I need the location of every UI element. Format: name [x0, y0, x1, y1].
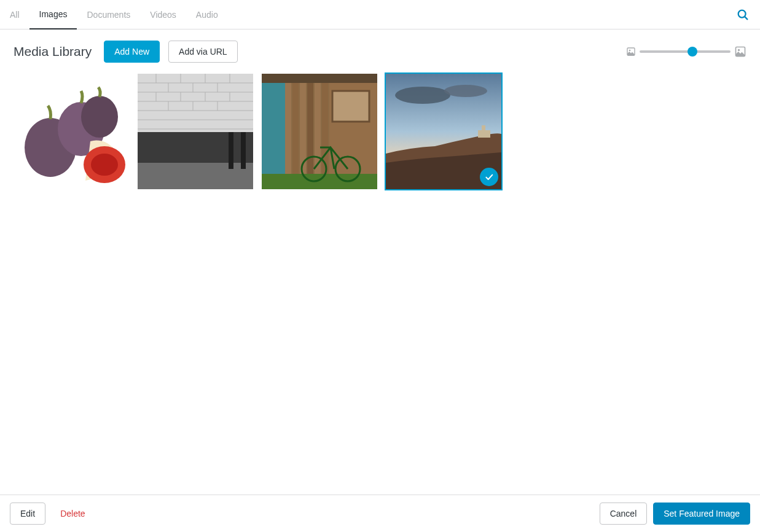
svg-rect-13 — [138, 74, 253, 132]
svg-point-5 — [738, 49, 740, 51]
svg-rect-42 — [292, 83, 299, 174]
svg-point-11 — [91, 154, 118, 176]
thumbnail-small-icon — [626, 47, 636, 57]
svg-rect-50 — [262, 174, 377, 189]
size-slider-thumb[interactable] — [688, 47, 697, 57]
delete-button[interactable]: Delete — [53, 503, 92, 524]
svg-rect-37 — [241, 132, 246, 169]
media-item[interactable] — [262, 74, 377, 189]
add-via-url-button[interactable]: Add via URL — [168, 41, 238, 63]
svg-rect-39 — [262, 74, 377, 83]
svg-rect-36 — [229, 132, 233, 169]
tab-audio[interactable]: Audio — [186, 0, 228, 29]
thumb-figs — [14, 74, 129, 189]
svg-rect-34 — [138, 132, 253, 163]
svg-rect-48 — [332, 91, 369, 122]
search-button[interactable] — [735, 7, 750, 22]
svg-rect-35 — [138, 163, 253, 189]
svg-line-1 — [745, 16, 747, 18]
size-slider-track[interactable] — [640, 50, 731, 53]
svg-point-55 — [444, 85, 487, 97]
thumbnail-large-icon — [734, 45, 746, 58]
tab-all[interactable]: All — [10, 0, 29, 29]
page-title: Media Library — [14, 44, 92, 59]
thumbnail-size-slider — [626, 45, 746, 58]
search-icon — [736, 8, 750, 22]
filter-tabs: All Images Documents Videos Audio — [0, 0, 760, 29]
media-grid — [0, 74, 760, 189]
check-icon — [484, 172, 494, 182]
add-new-button[interactable]: Add New — [104, 41, 160, 63]
svg-rect-41 — [285, 83, 291, 174]
svg-point-9 — [81, 96, 118, 138]
svg-rect-40 — [262, 83, 285, 174]
svg-rect-57 — [482, 125, 485, 131]
edit-button[interactable]: Edit — [10, 503, 45, 525]
tab-images[interactable]: Images — [29, 0, 77, 29]
svg-rect-44 — [307, 83, 313, 174]
media-item[interactable] — [138, 74, 253, 189]
media-item[interactable] — [14, 74, 129, 189]
tab-videos[interactable]: Videos — [140, 0, 186, 29]
thumb-barn-bike — [262, 74, 377, 189]
tab-documents[interactable]: Documents — [77, 0, 140, 29]
svg-point-54 — [395, 87, 450, 104]
selected-check-badge — [480, 168, 498, 186]
cancel-button[interactable]: Cancel — [600, 503, 648, 525]
toolbar: Media Library Add New Add via URL — [0, 29, 760, 74]
media-item[interactable] — [386, 74, 501, 189]
set-featured-image-button[interactable]: Set Featured Image — [653, 503, 750, 525]
svg-point-3 — [629, 50, 631, 52]
thumb-bw-wall — [138, 74, 253, 189]
footer-bar: Edit Delete Cancel Set Featured Image — [0, 495, 760, 532]
